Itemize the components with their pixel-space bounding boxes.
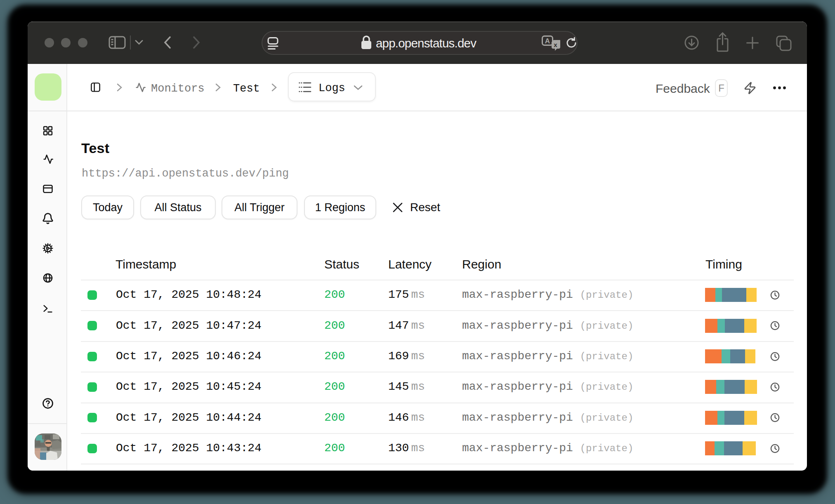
svg-text:A: A [545,37,550,45]
svg-text:x: x [554,41,557,48]
